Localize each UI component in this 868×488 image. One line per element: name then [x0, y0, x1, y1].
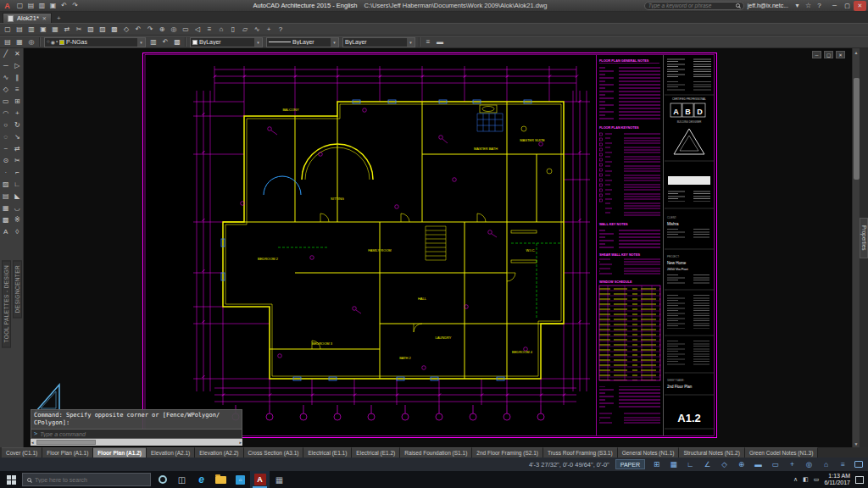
scroll-left-icon[interactable]: ◂ — [31, 440, 34, 445]
rectangle-icon[interactable]: ▭ — [0, 96, 11, 107]
task-view-button[interactable]: ◫ — [172, 471, 192, 488]
doc-minimize-button[interactable]: ─ — [812, 51, 821, 58]
join-icon[interactable]: ◊ — [12, 226, 23, 237]
layer-isolate-icon[interactable]: ◎ — [25, 36, 37, 47]
layout-tab[interactable]: Cross Section (A3.1) — [244, 447, 304, 458]
match-properties-icon[interactable]: ▩ — [108, 24, 120, 35]
extend-icon[interactable]: ⌐ — [12, 167, 23, 178]
match-layer-icon[interactable]: ▩ — [171, 36, 183, 47]
break-icon[interactable]: ∟ — [12, 179, 23, 190]
mirror-icon[interactable]: ∥ — [12, 72, 23, 83]
redo-icon[interactable]: ↷ — [70, 1, 81, 11]
layout-tab[interactable]: Truss Roof Framing (S3.1) — [543, 447, 618, 458]
infocenter-search-input[interactable] — [648, 3, 733, 8]
properties-icon[interactable]: ≡ — [203, 24, 215, 35]
chevron-down-icon[interactable]: ▾ — [407, 38, 415, 47]
transparency-icon[interactable]: ▭ — [770, 460, 781, 469]
markup-icon[interactable]: ∿ — [251, 24, 263, 35]
layer-previous-icon[interactable]: ↶ — [159, 36, 171, 47]
cut-icon[interactable]: ✂ — [73, 24, 85, 35]
taskbar-clock[interactable]: 1:13 AM 6/11/2017 — [824, 473, 850, 486]
tray-icon-1[interactable]: ◧ — [803, 476, 809, 483]
qnew-icon[interactable]: ▢ — [2, 24, 14, 35]
drawing-viewport[interactable]: ─ ▢ ✕ — [24, 48, 852, 447]
plot-icon[interactable]: ▣ — [37, 24, 49, 35]
action-center-icon[interactable] — [855, 476, 864, 484]
color-dropdown[interactable]: ByLayer ▾ — [190, 37, 263, 47]
properties-palette-tab[interactable]: Properties — [860, 218, 868, 258]
layout-tab[interactable]: Cover (C1.1) — [2, 447, 42, 458]
autocad-taskbar-button[interactable]: A — [250, 471, 270, 488]
vertical-scrollbar[interactable]: ▲ ▼ — [852, 48, 860, 447]
command-line-window[interactable]: Command: Specify opposite corner or [Fen… — [31, 409, 242, 446]
hatch-icon[interactable]: ▨ — [0, 179, 11, 190]
app-button[interactable]: ▦ — [270, 471, 289, 488]
zoom-previous-icon[interactable]: ◁ — [192, 24, 203, 35]
store-button[interactable]: ⌂ — [231, 471, 250, 488]
copy-icon[interactable]: ▷ — [12, 60, 23, 71]
customize-icon[interactable]: ≡ — [837, 460, 849, 469]
scroll-up-icon[interactable]: ▲ — [854, 48, 859, 56]
osnap-icon[interactable]: ◇ — [719, 460, 730, 469]
plot-preview-icon[interactable]: ▦ — [49, 24, 61, 35]
otrack-icon[interactable]: ⊕ — [736, 460, 747, 469]
chevron-down-icon[interactable]: ▾ — [137, 38, 145, 47]
open-icon[interactable]: ▤ — [14, 24, 25, 35]
circle-icon[interactable]: ○ — [0, 119, 11, 130]
paste-icon[interactable]: ▨ — [97, 24, 108, 35]
undo-icon[interactable]: ↶ — [58, 1, 70, 11]
lineweight-icon[interactable]: ▬ — [753, 460, 764, 469]
doc-close-button[interactable]: ✕ — [836, 51, 845, 58]
start-button[interactable] — [0, 471, 22, 488]
layout-tab[interactable]: Elevation (A2.1) — [147, 447, 195, 458]
app-menu-icon[interactable]: A — [2, 1, 13, 11]
plot-icon[interactable]: ▣ — [47, 1, 58, 11]
explode-icon[interactable]: ※ — [12, 214, 23, 225]
ellipse-icon[interactable]: ⊙ — [0, 155, 11, 166]
layout-tab[interactable]: Electrical (E1.1) — [303, 447, 352, 458]
erase-icon[interactable]: ✕ — [12, 48, 23, 59]
revision-cloud-icon[interactable]: ◌ — [0, 131, 11, 142]
zoom-realtime-icon[interactable]: ◎ — [168, 24, 180, 35]
construction-line-icon[interactable]: ─ — [0, 60, 11, 71]
make-current-icon[interactable]: ▥ — [147, 36, 159, 47]
table-icon[interactable]: ▩ — [0, 214, 11, 225]
sign-in-button[interactable]: jeff.h@ix.netc... — [748, 3, 788, 8]
help-icon[interactable]: ? — [275, 24, 287, 35]
maximize-button[interactable]: ▢ — [841, 1, 854, 11]
tab-close-icon[interactable]: ✕ — [42, 15, 47, 21]
grid-icon[interactable]: ⊞ — [651, 460, 662, 469]
region-icon[interactable]: ▦ — [0, 202, 11, 214]
dynamic-input-icon[interactable]: + — [787, 460, 798, 469]
layer-properties-icon[interactable]: ▤ — [2, 36, 14, 47]
pan-icon[interactable]: ⊕ — [156, 24, 168, 35]
ortho-icon[interactable]: ∟ — [685, 460, 696, 469]
cortana-button[interactable] — [153, 471, 172, 488]
notification-icon[interactable] — [854, 461, 863, 468]
array-icon[interactable]: ⊞ — [12, 96, 23, 107]
sheet-set-manager-icon[interactable]: ▱ — [239, 24, 251, 35]
help-icon[interactable]: ? — [814, 1, 825, 11]
undo-icon[interactable]: ↶ — [132, 24, 144, 35]
taskbar-search-input[interactable] — [35, 477, 146, 483]
properties-toggle-icon[interactable]: ≡ — [422, 36, 434, 47]
workspace-icon[interactable]: ⌂ — [821, 460, 832, 469]
designcenter-icon[interactable]: ⌂ — [215, 24, 227, 35]
rotate-icon[interactable]: ↻ — [12, 119, 23, 130]
file-tab-alok21[interactable]: Alok21* ✕ — [3, 13, 52, 23]
move-icon[interactable]: + — [12, 108, 23, 119]
designcenter-tab[interactable]: DESIGNCENTER — [13, 260, 22, 318]
line-icon[interactable]: ╱ — [0, 48, 11, 59]
spline-icon[interactable]: ~ — [0, 143, 11, 154]
list-icon[interactable]: ▬ — [434, 36, 446, 47]
command-input[interactable] — [40, 431, 239, 437]
layout-tab[interactable]: 2nd Floor Framing (S2.1) — [472, 447, 543, 458]
layout-tab[interactable]: Electrical (E1.2) — [352, 447, 400, 458]
linetype-dropdown[interactable]: ByLayer ▾ — [266, 37, 339, 47]
tool-palettes-tab[interactable]: TOOL PALETTES - DESIGN — [2, 260, 11, 347]
chevron-down-icon[interactable]: ▾ — [254, 38, 262, 47]
scroll-right-icon[interactable]: ▸ — [239, 440, 242, 445]
tool-palettes-icon[interactable]: ▯ — [227, 24, 239, 35]
scroll-thumb[interactable] — [36, 440, 96, 445]
layout-tab[interactable]: Floor Plan (A1.2) — [93, 447, 147, 458]
